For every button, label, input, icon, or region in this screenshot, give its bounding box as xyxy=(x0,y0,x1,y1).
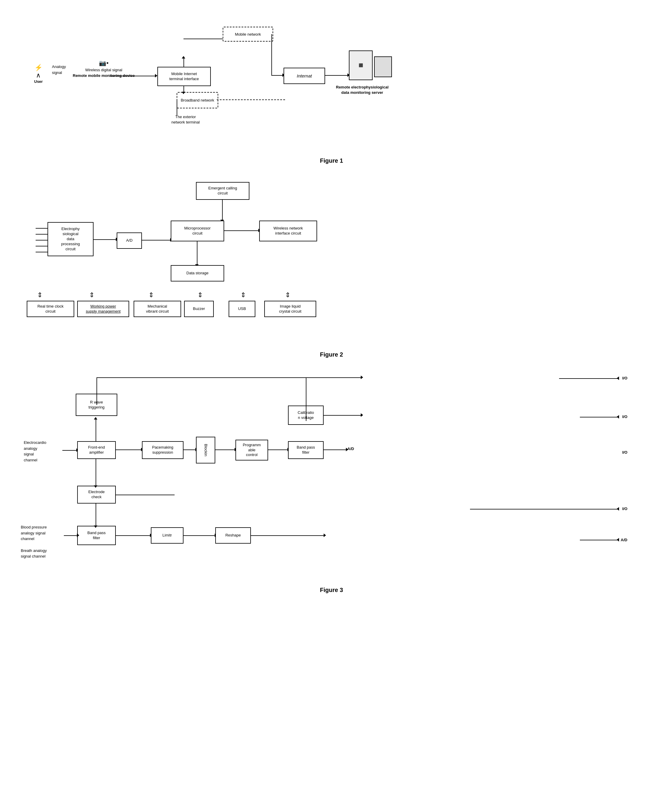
mechanical-updown: ⇕ xyxy=(149,292,154,298)
wireless-icon: 📷• xyxy=(73,59,135,66)
calib-vert-line xyxy=(306,377,306,406)
updown-icon-3: ⇕ xyxy=(149,292,154,298)
limitr-box: Limitr xyxy=(151,527,183,543)
image-liquid-box: Image liquid crystal circuit xyxy=(264,301,316,317)
figure-2-container: Emergent calling circuit Electrophy siol… xyxy=(18,176,645,358)
atd-label-2: A/D xyxy=(621,538,627,542)
working-power-box: Working power supply management xyxy=(77,301,129,317)
pacemaking-box: Pacemaking suppression xyxy=(142,441,183,459)
calib-vert-line-2 xyxy=(306,415,306,421)
mobile-terminal-box: Mobile Internet terminal interface xyxy=(157,67,211,86)
arrow-emergent-micro xyxy=(222,200,223,221)
figure-1-title: Figure 1 xyxy=(18,157,645,164)
arrowhead-bp-bpf xyxy=(77,534,81,537)
arrowhead-calib-io xyxy=(361,413,365,417)
arrowhead-rwave-up xyxy=(94,415,97,419)
r-wave-left-line xyxy=(97,377,97,405)
arrow-io4 xyxy=(470,509,618,510)
updown-icon-6: ⇕ xyxy=(285,292,290,298)
electrocardio-label: Electrocardio analogy signal channel xyxy=(24,440,62,463)
line-ep-4 xyxy=(36,246,48,246)
figure-3-title: Figure 3 xyxy=(18,587,645,594)
arrow-amp-rwave-up xyxy=(95,417,96,442)
arrow-atd2 xyxy=(580,540,618,540)
updown-icon-5: ⇕ xyxy=(241,292,246,298)
arrow-blocking-prog xyxy=(215,450,236,450)
user-element: ⚡∧ User xyxy=(34,64,43,84)
arrowhead-io1 xyxy=(615,377,619,380)
io-label-4: I/O xyxy=(622,506,627,511)
arrow-network-right xyxy=(272,75,283,76)
arrowhead-5 xyxy=(182,92,185,96)
updown-icon-4: ⇕ xyxy=(197,292,203,298)
remote-server-label: Remote electrophysiological data monitor… xyxy=(333,85,392,95)
band-pass-filter-2-box: Band pass filter xyxy=(288,441,323,459)
usb-updown: ⇕ xyxy=(241,292,246,298)
arrow-micro-wireless xyxy=(223,230,259,231)
line-ep-5 xyxy=(36,252,48,252)
arrowhead-electrode xyxy=(94,485,97,490)
reshape-box: Reshape xyxy=(215,527,251,543)
arrowhead-atd2 xyxy=(615,538,619,542)
programmable-box: Programm able control xyxy=(236,440,268,461)
updown-icon-2: ⇕ xyxy=(89,292,94,298)
arrow-bpf-limitr xyxy=(115,535,151,536)
exterior-terminal-label: The exterior network terminal xyxy=(160,114,211,125)
arrow-ad-micro xyxy=(141,240,171,241)
buzzer-updown: ⇕ xyxy=(197,292,203,298)
arrow-reshape-atd xyxy=(250,535,325,536)
top-io-line xyxy=(326,377,362,378)
line-ep-3 xyxy=(36,240,48,241)
arrowhead-atd xyxy=(323,534,328,537)
arrow-ec-amp xyxy=(62,450,77,451)
arrowhead-io4 xyxy=(615,507,619,511)
figure-2-diagram: Emergent calling circuit Electrophy siol… xyxy=(18,176,645,348)
arrow-micro-storage xyxy=(197,241,197,265)
figure-1-diagram: ⚡∧ User Analogy signal 📷• Wireless digit… xyxy=(18,12,645,154)
io-label-2: I/O xyxy=(622,414,627,419)
server-icon: ⬛ xyxy=(349,50,373,80)
arrow-bpf-ad xyxy=(323,450,347,450)
ad-box: A/D xyxy=(117,233,142,249)
arrow-pacemaking-blocking xyxy=(183,450,196,450)
buzzer-box: Buzzer xyxy=(184,301,214,317)
arrow-io1 xyxy=(559,378,618,379)
r-wave-top-line xyxy=(97,377,327,378)
arrowhead-2 xyxy=(182,54,185,58)
internet-box: Internat xyxy=(283,68,325,84)
arrow-broadband-exterior xyxy=(177,99,177,116)
figure-2-title: Figure 2 xyxy=(18,351,645,358)
electrophysiological-box: Electrophy siological data processing ci… xyxy=(47,222,94,256)
arrow-limitr-reshape xyxy=(183,535,215,536)
arrow-broadband-internet xyxy=(217,99,285,100)
arrow-network-down xyxy=(272,34,272,76)
arrowhead-io2 xyxy=(615,415,619,419)
arrow-electrode-bpf xyxy=(95,503,96,526)
arrow-prog-bpf xyxy=(267,450,288,450)
wireless-label: Wireless digital signal xyxy=(73,68,135,72)
line-ep-2 xyxy=(36,234,48,235)
analog-signal-label: Analogy signal xyxy=(52,64,66,75)
blocking-box: Blockin xyxy=(196,437,215,463)
wireless-network-box: Wireless network interface circuit xyxy=(259,221,317,241)
arrow-amp-electrode xyxy=(95,458,96,486)
arrow-bp-bpf xyxy=(64,535,78,536)
real-time-clock-box: Real time clock circuit xyxy=(27,301,74,317)
io-label-3: I/O xyxy=(622,450,627,455)
usb-box: USB xyxy=(229,301,255,317)
io-label-1: I/O xyxy=(622,376,627,380)
figure-3-diagram: Electrocardio analogy signal channel Fro… xyxy=(18,370,645,584)
data-storage-box: Data storage xyxy=(171,265,224,281)
figure-3-container: Electrocardio analogy signal channel Fro… xyxy=(18,370,645,594)
calibration-io-line xyxy=(323,415,362,416)
calib-to-box xyxy=(306,406,306,416)
emergent-calling-box: Emergent calling circuit xyxy=(196,182,249,200)
arrow-electrode-io4 xyxy=(115,495,175,495)
front-end-amplifier-box: Front-end amplifier xyxy=(77,441,116,459)
user-label: User xyxy=(34,79,43,84)
blood-pressure-label: Blood pressure analogy signal channel Br… xyxy=(21,524,65,559)
mobile-network-box: Mobile network xyxy=(223,27,273,42)
working-power-updown: ⇕ xyxy=(89,292,94,298)
figure-1-container: ⚡∧ User Analogy signal 📷• Wireless digit… xyxy=(18,12,645,164)
arrow-to-mobile-network xyxy=(183,39,223,39)
